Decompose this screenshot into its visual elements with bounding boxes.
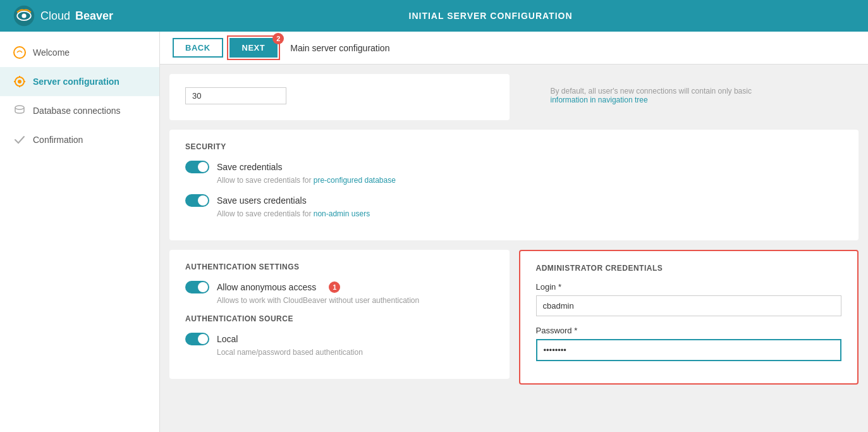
layout: Welcome Server configuration [0, 32, 868, 432]
save-users-toggle-row: Save users credentials [185, 194, 843, 207]
next-button[interactable]: NEXT [229, 38, 278, 58]
sidebar-label-server-configuration: Server configuration [33, 77, 119, 87]
sidebar-item-server-configuration[interactable]: Server configuration [0, 67, 159, 96]
logo: CloudBeaver [13, 4, 113, 27]
main-content: BACK NEXT 2 Main server configuration By… [160, 32, 868, 432]
save-users-desc-prefix: Allow to save credentials for [217, 209, 314, 218]
allow-anonymous-toggle-row: Allow anonymous access 1 [185, 281, 494, 293]
save-users-credentials-row: Save users credentials Allow to save cre… [185, 194, 843, 218]
save-users-desc: Allow to save credentials for non-admin … [217, 209, 843, 218]
auth-source-title: AUTHENTICATION SOURCE [185, 314, 494, 323]
info-text: By default, all user's new connections w… [535, 80, 843, 111]
save-credentials-label: Save credentials [217, 162, 283, 172]
allow-anonymous-label: Allow anonymous access [217, 282, 316, 292]
logo-cloud: Cloud [40, 9, 70, 23]
server-config-icon [13, 75, 27, 89]
header: CloudBeaver INITIAL SERVER CONFIGURATION [0, 0, 868, 32]
local-desc: Local name/password based authentication [217, 348, 494, 357]
security-card: SECURITY Save credentials Allow to save … [169, 130, 859, 240]
security-title: SECURITY [185, 142, 843, 151]
content: By default, all user's new connections w… [160, 65, 868, 398]
info-line1: By default, all user's new connections w… [551, 87, 752, 96]
svg-point-5 [18, 80, 21, 83]
admin-credentials-col: ADMINISTRATOR CREDENTIALS Login * Passwo… [519, 250, 859, 388]
toolbar: BACK NEXT 2 Main server configuration [160, 32, 868, 65]
info-link[interactable]: information in navigation tree [551, 96, 648, 104]
sidebar: Welcome Server configuration [0, 32, 160, 432]
sidebar-item-database-connections[interactable]: Database connections [0, 96, 159, 125]
logo-beaver: Beaver [75, 9, 113, 23]
save-credentials-toggle-row: Save credentials [185, 161, 843, 173]
allow-anonymous-toggle[interactable] [185, 281, 209, 293]
save-credentials-desc-prefix: Allow to save credentials for [217, 176, 314, 185]
auth-settings-card: AUTHENTICATION SETTINGS Allow anonymous … [169, 250, 510, 379]
bottom-row: AUTHENTICATION SETTINGS Allow anonymous … [169, 250, 859, 388]
sidebar-item-confirmation[interactable]: Confirmation [0, 125, 159, 154]
auth-settings-title: AUTHENTICATION SETTINGS [185, 262, 494, 271]
svg-point-2 [21, 13, 26, 18]
back-button[interactable]: BACK [173, 38, 223, 58]
save-users-label: Save users credentials [217, 195, 307, 206]
sidebar-item-welcome[interactable]: Welcome [0, 38, 159, 67]
allow-anonymous-row: Allow anonymous access 1 Allows to work … [185, 281, 494, 305]
local-auth-row: Local Local name/password based authenti… [185, 333, 494, 357]
next-badge: 2 [272, 33, 284, 44]
password-input[interactable] [536, 339, 842, 361]
local-toggle-row: Local [185, 333, 494, 345]
admin-credentials-card: ADMINISTRATOR CREDENTIALS Login * Passwo… [519, 250, 859, 385]
toolbar-page-title: Main server configuration [290, 43, 389, 53]
save-users-desc-link[interactable]: non-admin users [314, 209, 370, 218]
auth-badge: 1 [329, 281, 340, 293]
svg-point-3 [14, 47, 25, 58]
password-label: Password * [536, 326, 842, 335]
sidebar-label-welcome: Welcome [33, 47, 70, 58]
header-title: INITIAL SERVER CONFIGURATION [409, 11, 573, 21]
top-row: By default, all user's new connections w… [169, 74, 859, 120]
sidebar-label-confirmation: Confirmation [33, 135, 83, 145]
welcome-icon [13, 46, 27, 59]
save-credentials-desc-link[interactable]: pre-configured database [314, 176, 396, 185]
next-button-container: NEXT 2 [229, 38, 278, 58]
svg-point-10 [15, 106, 24, 109]
logo-icon [13, 4, 35, 27]
local-toggle[interactable] [185, 333, 209, 345]
database-connections-icon [13, 104, 27, 118]
session-timeout-input[interactable] [185, 87, 286, 104]
login-label: Login * [536, 282, 842, 292]
admin-credentials-title: ADMINISTRATOR CREDENTIALS [536, 264, 842, 273]
confirmation-icon [13, 133, 27, 147]
login-input[interactable] [536, 295, 842, 316]
save-credentials-toggle[interactable] [185, 161, 209, 173]
top-card-right: By default, all user's new connections w… [519, 74, 859, 120]
save-credentials-row: Save credentials Allow to save credentia… [185, 161, 843, 185]
save-credentials-desc: Allow to save credentials for pre-config… [217, 176, 843, 185]
top-card-left [169, 74, 510, 120]
local-label: Local [217, 334, 238, 344]
save-users-toggle[interactable] [185, 194, 209, 207]
allow-anonymous-desc: Allows to work with CloudBeaver without … [217, 296, 494, 305]
auth-settings-col: AUTHENTICATION SETTINGS Allow anonymous … [169, 250, 510, 388]
sidebar-label-database-connections: Database connections [33, 106, 121, 116]
